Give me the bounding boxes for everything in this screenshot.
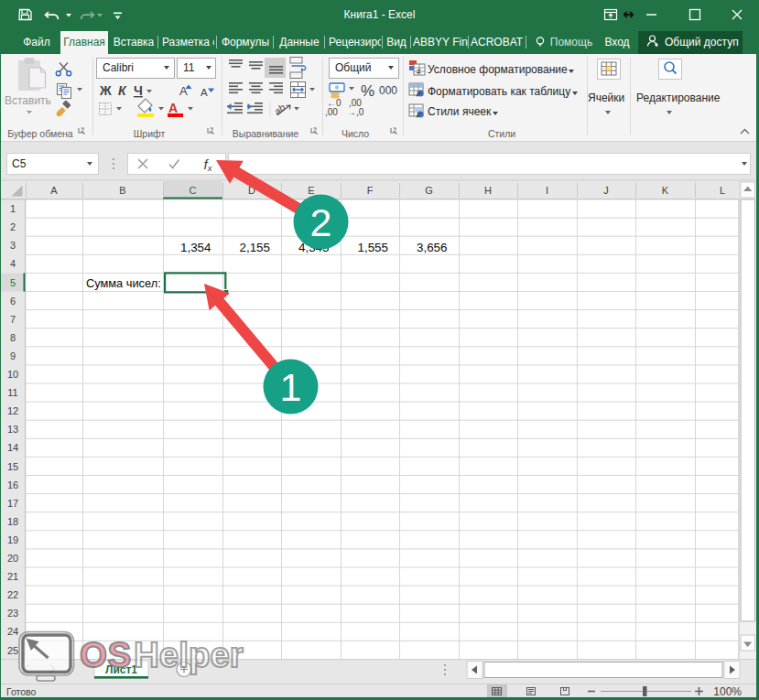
- svg-text:8: 8: [10, 332, 16, 343]
- svg-text:22: 22: [7, 589, 18, 600]
- svg-text:Лист1: Лист1: [105, 663, 137, 676]
- svg-text:3: 3: [10, 240, 16, 251]
- svg-text:4: 4: [10, 258, 16, 269]
- svg-text:E: E: [308, 185, 314, 196]
- svg-text:B: B: [119, 185, 125, 196]
- svg-text:1,555: 1,555: [357, 241, 388, 254]
- svg-text:A: A: [50, 185, 58, 196]
- svg-text:H: H: [484, 185, 492, 196]
- svg-text:2: 2: [10, 221, 16, 232]
- svg-text:1: 1: [10, 203, 16, 214]
- svg-text:21: 21: [7, 571, 18, 582]
- svg-text:100%: 100%: [713, 685, 742, 698]
- svg-text:5: 5: [10, 277, 16, 288]
- svg-text:1,354: 1,354: [180, 241, 211, 254]
- svg-text:4,345: 4,345: [298, 241, 330, 254]
- svg-text:16: 16: [7, 479, 18, 490]
- svg-text:C: C: [190, 185, 197, 196]
- svg-text:J: J: [603, 185, 609, 196]
- svg-text:F: F: [367, 185, 374, 196]
- svg-text:24: 24: [7, 626, 18, 637]
- svg-text:12: 12: [7, 405, 18, 416]
- svg-text:Сумма чисел:: Сумма чисел:: [86, 276, 161, 290]
- svg-text:7: 7: [10, 314, 16, 325]
- svg-text:G: G: [425, 185, 433, 196]
- svg-text:17: 17: [7, 498, 18, 509]
- svg-text:18: 18: [7, 516, 18, 527]
- svg-text:x: x: [207, 163, 213, 173]
- svg-text:D: D: [248, 185, 255, 196]
- svg-text:11: 11: [7, 387, 17, 398]
- svg-text:10: 10: [7, 369, 18, 380]
- svg-text:2,155: 2,155: [239, 241, 270, 254]
- svg-text:6: 6: [10, 296, 16, 307]
- svg-text:14: 14: [7, 442, 18, 453]
- svg-text:I: I: [546, 185, 548, 196]
- svg-text:9: 9: [10, 350, 16, 361]
- svg-text:3,656: 3,656: [417, 241, 448, 254]
- svg-text:13: 13: [7, 424, 18, 435]
- svg-text:19: 19: [7, 534, 18, 545]
- svg-text:L: L: [720, 185, 725, 196]
- svg-text:25: 25: [7, 645, 18, 656]
- svg-text:23: 23: [7, 608, 18, 619]
- svg-text:K: K: [662, 185, 669, 196]
- svg-text:15: 15: [7, 461, 18, 472]
- svg-text:20: 20: [7, 553, 18, 564]
